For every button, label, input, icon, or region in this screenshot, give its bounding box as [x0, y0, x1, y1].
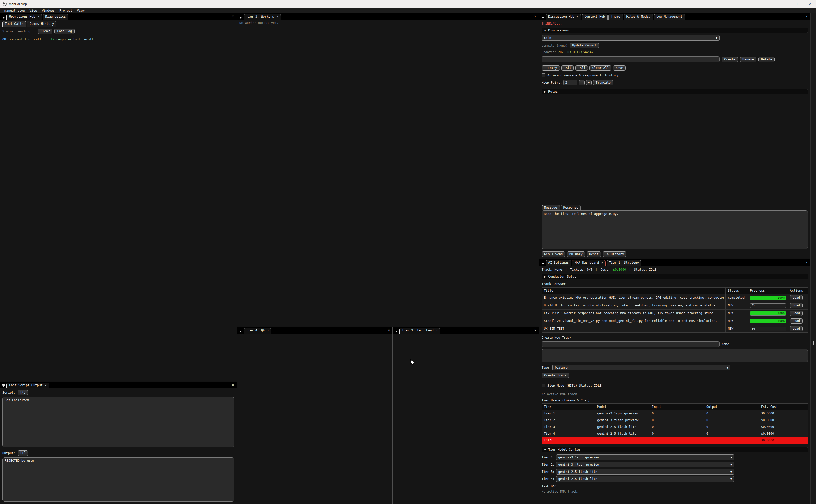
tab-tier1-strategy[interactable]: Tier 1: Strategy — [607, 260, 642, 266]
reset-button[interactable]: Reset — [587, 251, 601, 257]
menu-item-project[interactable]: Project — [57, 9, 75, 12]
tab-tool-calls[interactable]: Tool Calls — [2, 21, 26, 27]
minimize-icon[interactable]: — — [780, 0, 792, 8]
dropdown-arrow-icon: ▼ — [716, 36, 717, 40]
dock-icon[interactable] — [395, 329, 398, 333]
clear-all-button[interactable]: Clear All — [589, 65, 611, 71]
tab-theme[interactable]: Theme — [608, 14, 623, 20]
tab-tier2-techlead[interactable]: Tier 2: Tech Lead ✕ — [399, 328, 440, 334]
tab-log-management[interactable]: Log Management — [654, 14, 685, 20]
load-log-button[interactable]: Load Log — [54, 29, 75, 34]
tier-model-config-section-header[interactable]: ▼ Tier Model Config — [542, 447, 808, 452]
load-button[interactable]: Load — [790, 295, 803, 300]
tab-discussion-hub[interactable]: Discussion Hub ✕ — [546, 14, 581, 20]
track-name-input[interactable] — [542, 341, 720, 347]
tab-context-hub[interactable]: Context Hub — [582, 14, 607, 20]
panel-close-icon[interactable]: ✕ — [232, 14, 234, 18]
update-commit-button[interactable]: Update Commit — [570, 43, 599, 48]
right-scrollbar-track[interactable] — [810, 13, 816, 504]
tab-close-icon[interactable]: ✕ — [436, 328, 438, 334]
create-track-button[interactable]: Create Track — [542, 373, 569, 378]
tab-close-icon[interactable]: ✕ — [577, 14, 578, 20]
delete-button[interactable]: Delete — [758, 57, 775, 62]
track-type-select[interactable]: feature ▼ — [552, 365, 730, 370]
tab-operations-hub[interactable]: Operations Hub ✕ — [6, 14, 42, 20]
menu-item-windows[interactable]: Windows — [39, 9, 57, 12]
save-button[interactable]: Save — [613, 65, 626, 71]
splitter-qa-techlead[interactable] — [392, 327, 393, 504]
output-textarea[interactable]: REJECTED by user — [2, 457, 234, 502]
dock-icon[interactable] — [2, 384, 5, 387]
window-controls: — □ ✕ — [780, 0, 816, 8]
tab-close-icon[interactable]: ✕ — [267, 328, 269, 334]
tier3-model-select[interactable]: gemini-2.5-flash-lite ▼ — [556, 469, 734, 475]
truncate-button[interactable]: Truncate — [593, 80, 613, 85]
tab-ai-settings[interactable]: AI Settings — [546, 260, 571, 266]
panel-close-icon[interactable]: ✕ — [806, 261, 808, 264]
load-button[interactable]: Load — [790, 311, 803, 316]
dock-icon[interactable] — [541, 15, 545, 19]
load-button[interactable]: Load — [790, 318, 803, 324]
discussion-name-input[interactable] — [542, 56, 720, 62]
to-history-button[interactable]: -> History — [603, 251, 626, 257]
tab-mma-dashboard[interactable]: MMA Dashboard ✕ — [572, 260, 605, 266]
tab-comms-history[interactable]: Comms History — [27, 21, 56, 27]
dock-icon[interactable] — [2, 15, 5, 19]
script-textarea[interactable]: Get-ChildItem — [2, 397, 234, 447]
roles-section-header[interactable]: ▶ Roles — [542, 89, 808, 94]
autoadd-checkbox[interactable] — [542, 73, 545, 77]
load-button[interactable]: Load — [790, 326, 803, 331]
right-scrollbar-thumb[interactable] — [813, 341, 814, 345]
panel-close-icon[interactable]: ✕ — [806, 14, 808, 18]
tab-diagnostics[interactable]: Diagnostics — [43, 14, 68, 20]
tab-last-script-output[interactable]: Last Script Output ✕ — [6, 383, 49, 388]
create-button[interactable]: Create — [722, 57, 738, 62]
rename-button[interactable]: Rename — [740, 57, 756, 62]
dock-icon[interactable] — [239, 329, 243, 333]
keep-pairs-decrement-button[interactable]: - — [579, 80, 584, 85]
tab-message[interactable]: Message — [542, 205, 560, 210]
menu-item-view2[interactable]: View — [75, 9, 87, 12]
panel-close-icon[interactable]: ✕ — [232, 383, 234, 387]
close-icon[interactable]: ✕ — [804, 0, 816, 8]
keep-pairs-label: Keep Pairs: — [542, 81, 562, 84]
load-button[interactable]: Load — [790, 303, 803, 308]
tier4-model-select[interactable]: gemini-2.5-flash-lite ▼ — [556, 476, 734, 482]
tier1-model-select[interactable]: gemini-3.1-pro-preview ▼ — [556, 454, 734, 460]
splitter-left-center[interactable] — [237, 13, 237, 504]
maximize-icon[interactable]: □ — [792, 0, 804, 8]
message-textarea[interactable]: Read the first 10 lines of aggregate.py. — [542, 210, 808, 249]
gen-send-button[interactable]: Gen + Send — [542, 251, 565, 257]
splitter-center-right[interactable] — [539, 13, 539, 504]
tab-close-icon[interactable]: ✕ — [276, 14, 278, 20]
discussions-section-header[interactable]: ▼ Discussions — [542, 28, 808, 33]
conductor-setup-section-header[interactable]: ▶ Conductor Setup — [542, 274, 808, 279]
tier2-model-select[interactable]: gemini-3-flash-preview ▼ — [556, 462, 734, 467]
panel-close-icon[interactable]: ✕ — [534, 14, 536, 18]
track-description-textarea[interactable] — [542, 349, 808, 362]
discussion-select[interactable]: main ▼ — [542, 35, 720, 41]
dock-icon[interactable] — [239, 15, 243, 19]
md-only-button[interactable]: MD Only — [567, 251, 585, 257]
tab-tier3-workers[interactable]: Tier 3: Workers ✕ — [244, 14, 281, 20]
tab-close-icon[interactable]: ✕ — [37, 14, 39, 20]
panel-close-icon[interactable]: ✕ — [388, 328, 390, 332]
script-expand-button[interactable]: [+] — [18, 390, 28, 395]
step-mode-checkbox[interactable] — [542, 384, 545, 387]
tab-files-media[interactable]: Files & Media — [624, 14, 653, 20]
tab-close-icon[interactable]: ✕ — [601, 260, 603, 266]
keep-pairs-increment-button[interactable]: + — [586, 80, 592, 85]
dock-icon[interactable] — [541, 261, 545, 265]
menu-item-manual-slop[interactable]: manual slop — [2, 9, 27, 12]
tab-close-icon[interactable]: ✕ — [45, 383, 47, 388]
tab-tier4-qa[interactable]: Tier 4: QA ✕ — [244, 328, 271, 334]
tab-response[interactable]: Response — [561, 205, 581, 210]
output-expand-button[interactable]: [+] — [18, 450, 28, 456]
add-entry-button[interactable]: + Entry — [542, 65, 560, 71]
menu-item-view[interactable]: View — [27, 9, 39, 12]
collapse-all-button[interactable]: -All — [561, 65, 574, 71]
panel-close-icon[interactable]: ✕ — [534, 328, 536, 332]
keep-pairs-input[interactable] — [563, 80, 577, 85]
expand-all-button[interactable]: +All — [575, 65, 588, 71]
clear-button[interactable]: Clear — [38, 29, 52, 34]
